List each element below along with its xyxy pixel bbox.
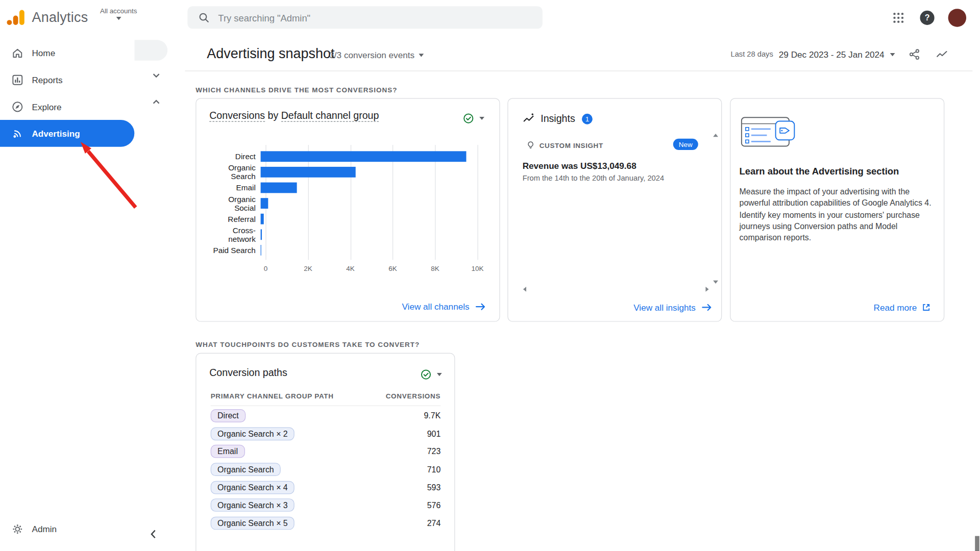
view-all-insights-link[interactable]: View all insights — [633, 303, 712, 313]
app-name: Analytics — [32, 9, 88, 26]
bar-category-label: Paid Search — [209, 246, 260, 255]
bar-category-label: Organic Social — [209, 194, 260, 212]
channel-path-chip[interactable]: Direct — [211, 409, 246, 422]
channel-path-chip[interactable]: Organic Search — [211, 463, 281, 476]
conversion-path-row: Organic Search710 — [211, 461, 441, 479]
sidebar-list: Home Reports — [0, 35, 134, 147]
collapse-section-button[interactable] — [149, 94, 163, 109]
insight-type-row: CUSTOM INSIGHT — [526, 141, 603, 150]
bar[interactable] — [261, 245, 262, 256]
conversion-events-label: 3/3 conversion events — [329, 50, 414, 60]
lightbulb-icon — [526, 141, 535, 150]
page-divider — [185, 70, 972, 71]
bar-track — [261, 151, 473, 162]
caret-down-icon — [419, 54, 424, 57]
gridline — [478, 145, 478, 260]
arrow-right-icon — [476, 303, 486, 311]
caret-down-icon — [437, 373, 442, 376]
data-quality-dropdown[interactable] — [420, 368, 442, 380]
check-circle-icon — [420, 368, 432, 380]
main-content: Advertising snapshot 3/3 conversion even… — [134, 35, 980, 551]
chevron-up-icon — [153, 99, 160, 105]
x-axis-tick: 4K — [346, 265, 354, 272]
bar[interactable] — [261, 198, 268, 209]
channel-bar-chart: DirectOrganic SearchEmailOrganic SocialR… — [209, 145, 477, 276]
sidebar-item-home[interactable]: Home — [0, 39, 134, 66]
channel-path-chip[interactable]: Organic Search × 4 — [211, 481, 295, 494]
collapsed-nav-pill[interactable] — [134, 40, 167, 60]
insight-subtext: From the 14th to the 20th of January, 20… — [523, 173, 664, 182]
sidebar-item-label: Reports — [32, 74, 62, 85]
insights-horizontal-scrollbar[interactable] — [523, 286, 709, 292]
sidebar-item-label: Explore — [32, 102, 61, 112]
bar[interactable] — [261, 167, 356, 178]
dimension-term[interactable]: Default channel group — [281, 110, 379, 122]
bar[interactable] — [261, 183, 297, 193]
sidebar-item-advertising[interactable]: Advertising — [0, 120, 134, 147]
insights-panel-icon[interactable] — [934, 46, 950, 63]
bar-row-organic-search: Organic Search — [209, 164, 477, 180]
insights-count-badge: 1 — [582, 113, 593, 124]
insight-type-label: CUSTOM INSIGHT — [540, 141, 603, 149]
section-heading-touchpoints: WHAT TOUCHPOINTS DO CUSTOMERS TAKE TO CO… — [195, 340, 420, 348]
logo-area[interactable]: Analytics — [6, 0, 88, 35]
sidebar-item-label: Admin — [32, 524, 57, 534]
read-more-link[interactable]: Read more — [874, 303, 931, 313]
data-quality-dropdown[interactable] — [462, 112, 484, 124]
bar-track — [261, 214, 473, 224]
title-joiner: by — [265, 110, 281, 121]
card-title: Conversions by Default channel group — [209, 110, 379, 121]
insight-headline[interactable]: Revenue was US$13,049.68 — [523, 161, 636, 171]
date-range-picker[interactable]: Last 28 days 29 Dec 2023 - 25 Jan 2024 — [730, 49, 895, 60]
bar-category-label: Cross-network — [209, 226, 260, 243]
check-circle-icon — [462, 112, 474, 124]
x-axis-tick: 8K — [431, 265, 439, 272]
page-scrollbar-thumb[interactable] — [975, 536, 979, 551]
search-bar[interactable] — [187, 6, 543, 29]
expand-section-button[interactable] — [149, 68, 163, 83]
collapse-nav-button[interactable] — [145, 527, 160, 541]
channel-path-chip[interactable]: Organic Search × 5 — [211, 517, 295, 530]
conversions-value: 9.7K — [424, 411, 441, 420]
insights-icon — [523, 112, 535, 124]
channel-path-chip[interactable]: Organic Search × 2 — [211, 427, 295, 440]
bar[interactable] — [261, 229, 262, 240]
help-icon[interactable]: ? — [920, 10, 934, 24]
sidebar-item-admin[interactable]: Admin — [0, 515, 134, 542]
channel-path-chip[interactable]: Email — [211, 445, 245, 458]
bar[interactable] — [261, 151, 467, 162]
x-axis-tick: 6K — [388, 265, 397, 272]
sidebar-admin-section: Admin — [0, 515, 134, 542]
view-all-channels-link[interactable]: View all channels — [402, 302, 485, 312]
avatar[interactable] — [948, 9, 967, 27]
sidebar-item-reports[interactable]: Reports — [0, 66, 134, 93]
insights-vertical-scrollbar[interactable] — [712, 134, 720, 284]
scroll-up-arrow[interactable] — [713, 134, 718, 137]
advertising-illustration — [741, 114, 803, 150]
x-axis-tick: 2K — [304, 265, 312, 272]
open-in-new-icon — [922, 303, 930, 312]
sidebar-item-label: Advertising — [32, 129, 80, 139]
conversion-path-row: Email723 — [211, 442, 441, 460]
scroll-right-arrow[interactable] — [705, 287, 708, 292]
scroll-down-arrow[interactable] — [713, 281, 718, 284]
sidebar-item-explore[interactable]: Explore — [0, 93, 134, 120]
bar-row-paid-search: Paid Search — [209, 242, 477, 258]
conversion-path-row: Organic Search × 4593 — [211, 479, 441, 496]
channel-path-chip[interactable]: Organic Search × 3 — [211, 498, 295, 512]
scroll-left-arrow[interactable] — [523, 287, 526, 292]
column-header-conversions: CONVERSIONS — [386, 392, 441, 400]
conversion-events-selector[interactable]: 3/3 conversion events — [329, 50, 424, 60]
metric-term[interactable]: Conversions — [209, 110, 265, 122]
search-input[interactable] — [218, 12, 543, 23]
account-switcher[interactable]: All accounts — [100, 7, 137, 20]
caret-down-icon — [116, 17, 121, 20]
apps-grid-icon[interactable] — [890, 9, 906, 26]
admin-gear-icon — [11, 522, 23, 535]
bar[interactable] — [261, 214, 264, 224]
share-icon[interactable] — [906, 46, 923, 63]
card-title: Conversion paths — [209, 367, 287, 379]
paths-table-body: Direct9.7KOrganic Search × 2901Email723O… — [211, 407, 441, 532]
conversion-path-row: Direct9.7K — [211, 407, 441, 424]
conversions-value: 274 — [427, 518, 441, 528]
